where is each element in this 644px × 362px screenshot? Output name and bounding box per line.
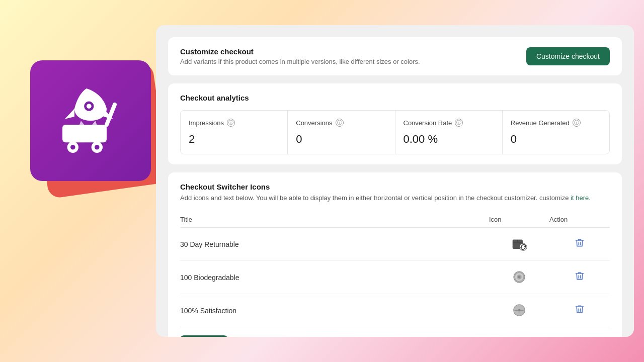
icons-table: Title Icon Action 30 Day Returnable [180,212,610,327]
col-title: Title [180,212,489,228]
logo-icon [50,80,131,161]
delete-returnable-button[interactable] [573,236,587,252]
delete-bio-button[interactable] [573,269,587,286]
row-title-returnable: 30 Day Returnable [180,228,489,261]
metric-revenue: Revenue Generated ⓘ 0 [503,111,609,154]
row-title-satisfaction: 100% Satisfaction [180,294,489,327]
svg-point-4 [95,145,100,150]
delete-satisfaction-button[interactable] [573,302,587,319]
icons-subtitle: Add icons and text below. You will be ab… [180,194,610,202]
main-panel: Customize checkout Add variants if this … [156,25,634,337]
icon-bio [510,268,528,286]
impressions-value: 2 [189,133,279,146]
col-icon: Icon [489,212,549,228]
icons-card: Checkout Switcher Icons Add icons and te… [168,172,622,337]
revenue-value: 0 [511,133,601,146]
it-here-link[interactable]: it here. [571,194,591,202]
svg-point-2 [70,145,75,150]
conversions-value: 0 [296,133,386,146]
impressions-help-icon[interactable]: ⓘ [227,119,235,127]
table-row: 30 Day Returnable [180,228,610,261]
analytics-card: Checkout analytics Impressions ⓘ 2 Conve… [168,83,622,164]
logo-area [20,50,166,196]
conversion-rate-label: Conversion Rate [404,119,452,127]
conversion-rate-value: 0.00 % [404,133,494,146]
table-row: 100 Biodegradable [180,261,610,294]
conversions-label: Conversions [296,119,332,127]
metric-conversions: Conversions ⓘ 0 [288,111,394,154]
add-icon-button[interactable]: Add Icon [180,335,228,337]
customize-checkout-card: Customize checkout Add variants if this … [168,37,622,75]
metric-impressions: Impressions ⓘ 2 [181,111,287,154]
revenue-label: Revenue Generated [511,119,570,127]
icons-title: Checkout Switcher Icons [180,183,610,191]
col-action: Action [549,212,610,228]
customize-checkout-text: Customize checkout Add variants if this … [180,47,420,65]
customize-checkout-description: Add variants if this product comes in mu… [180,58,420,65]
revenue-help-icon[interactable]: ⓘ [573,119,581,127]
conversions-help-icon[interactable]: ⓘ [336,119,344,127]
customize-checkout-title: Customize checkout [180,47,420,56]
svg-point-6 [87,104,92,109]
svg-point-17 [518,309,521,312]
customize-checkout-button[interactable]: Customize checkout [526,47,610,65]
analytics-title: Checkout analytics [180,94,610,102]
conversion-rate-help-icon[interactable]: ⓘ [455,119,463,127]
icon-satisfaction [510,301,528,319]
icon-returnable [510,235,528,253]
row-title-bio: 100 Biodegradable [180,261,489,294]
svg-point-14 [518,276,521,279]
impressions-label: Impressions [189,119,224,127]
table-row: 100% Satisfaction [180,294,610,327]
analytics-grid: Impressions ⓘ 2 Conversions ⓘ 0 Conversi… [180,110,610,154]
logo-main [30,60,151,181]
metric-conversion-rate: Conversion Rate ⓘ 0.00 % [395,111,502,154]
